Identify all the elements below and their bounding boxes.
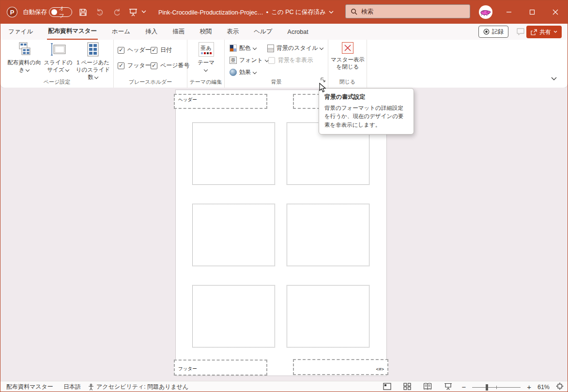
colors-icon (230, 45, 237, 52)
chevron-down-icon (253, 46, 257, 50)
reading-view-button[interactable] (423, 383, 432, 392)
minimize-button[interactable] (498, 0, 520, 24)
effects-icon (230, 69, 237, 76)
tab-help[interactable]: ヘルプ (253, 24, 273, 39)
slide-placeholder-1[interactable] (192, 122, 275, 185)
tab-insert[interactable]: 挿入 (144, 24, 158, 39)
quick-access-chevron-icon[interactable] (141, 10, 146, 14)
group-close: マスター表示を閉じる 閉じる (328, 40, 367, 88)
slide-size-button[interactable]: スライドのサイズ (42, 42, 74, 74)
crocodile-avatar-image (480, 6, 491, 18)
background-styles-button[interactable]: 背景のスタイル (267, 44, 323, 52)
header-placeholder[interactable]: ヘッダー (174, 94, 267, 109)
effects-label: 効果 (239, 68, 251, 76)
search-input[interactable] (361, 8, 448, 15)
group-label-edit-theme: テーマの編集 (187, 78, 224, 86)
page-number-placeholder[interactable]: <#> (293, 359, 388, 375)
view-name-status: 配布資料マスター (6, 381, 53, 392)
header-checkbox[interactable]: ヘッダー (118, 46, 151, 54)
search-box[interactable] (345, 4, 470, 18)
zoom-level[interactable]: 61% (537, 384, 550, 391)
share-button[interactable]: 共有 (526, 26, 562, 38)
footer-placeholder[interactable]: フッター (174, 360, 267, 376)
footer-checkbox[interactable]: フッター (118, 61, 151, 70)
tab-view[interactable]: 表示 (226, 24, 240, 39)
language-status[interactable]: 日本語 (63, 381, 81, 392)
slide-placeholder-3[interactable] (192, 204, 275, 266)
slideshow-view-button[interactable] (444, 383, 452, 392)
autosave-label: 自動保存 (23, 8, 47, 16)
chevron-down-icon (204, 68, 208, 72)
tab-file[interactable]: ファイル (7, 24, 34, 39)
slide-placeholder-6[interactable] (287, 285, 369, 347)
header-placeholder-label: ヘッダー (178, 97, 197, 103)
document-title[interactable]: Pink-Crocodile-Productization-Projec… • … (158, 8, 334, 16)
tab-home[interactable]: ホーム (111, 24, 131, 39)
background-styles-icon (267, 45, 274, 52)
maximize-button[interactable] (522, 0, 543, 24)
handout-orientation-icon (16, 42, 32, 57)
page-number-placeholder-label: <#> (376, 366, 384, 372)
tab-acrobat[interactable]: Acrobat (287, 25, 309, 39)
slide-placeholder-5[interactable] (192, 285, 275, 347)
page-number-checkbox[interactable]: ページ番号 (151, 61, 190, 70)
date-checkbox[interactable]: 日付 (151, 46, 172, 54)
slides-per-page-icon (87, 42, 99, 57)
close-button[interactable] (544, 0, 567, 24)
chevron-down-icon (320, 46, 323, 50)
record-icon (483, 29, 490, 35)
save-icon[interactable] (77, 7, 88, 17)
slides-per-page-label: 1 ページあたりのスライド数 (76, 60, 110, 80)
background-styles-label: 背景のスタイル (276, 44, 318, 52)
undo-icon[interactable] (95, 7, 106, 17)
collapse-ribbon-icon[interactable] (551, 74, 557, 83)
comments-icon[interactable] (516, 28, 525, 38)
slide-size-icon (50, 42, 66, 57)
redo-icon[interactable] (111, 7, 122, 17)
tab-draw[interactable]: 描画 (171, 24, 185, 39)
zoom-in-button[interactable]: + (527, 383, 531, 391)
slide-placeholder-4[interactable] (287, 204, 369, 266)
fonts-button[interactable]: 亜 フォント (230, 56, 269, 64)
slides-per-page-button[interactable]: 1 ページあたりのスライド数 (74, 42, 112, 81)
group-label-placeholders: プレースホルダー (114, 78, 187, 86)
zoom-out-button[interactable]: − (461, 383, 466, 391)
normal-view-button[interactable] (383, 383, 391, 392)
themes-button[interactable]: 亜あ テーマ (187, 42, 225, 72)
close-master-view-button[interactable]: マスター表示を閉じる (330, 42, 365, 71)
group-edit-theme: 亜あ テーマ テーマの編集 (187, 40, 225, 88)
hide-background-label: 背景を非表示 (278, 56, 313, 64)
record-button[interactable]: 記録 (478, 26, 508, 38)
colors-button[interactable]: 配色 (230, 44, 257, 52)
mouse-cursor (319, 83, 327, 95)
group-background: 配色 亜 フォント 効果 背景のスタイル 背景を非表示 (225, 40, 328, 88)
themes-label: テーマ (198, 59, 215, 66)
accessibility-status[interactable]: アクセシビリティ: 問題ありません (88, 381, 188, 392)
powerpoint-app-icon[interactable]: P (7, 7, 17, 17)
group-label-background: 背景 (225, 78, 328, 86)
effects-button[interactable]: 効果 (230, 68, 257, 76)
autosave-toggle[interactable]: オフ (49, 7, 72, 17)
zoom-slider-handle[interactable] (486, 384, 488, 391)
themes-icon: 亜あ (199, 42, 214, 57)
checkbox-checked-icon (118, 62, 124, 69)
zoom-slider[interactable] (472, 384, 521, 391)
fit-slide-to-window-button[interactable] (556, 382, 564, 392)
chevron-down-icon (253, 71, 257, 74)
share-icon (531, 29, 537, 35)
tab-review[interactable]: 校閲 (199, 24, 213, 39)
separator-dot: • (266, 9, 268, 16)
footer-placeholder-label: フッター (178, 366, 197, 372)
format-background-tooltip: 背景の書式設定 背景のフォーマットの詳細設定を行うか、現在のデザインの要素を非表… (319, 88, 414, 135)
handout-orientation-button[interactable]: 配布資料の向き (6, 42, 42, 74)
account-avatar[interactable] (479, 5, 492, 19)
slide-sorter-view-button[interactable] (403, 383, 411, 392)
powerpoint-window: P 自動保存 オフ Pink-Crocodile-Productization-… (0, 0, 568, 392)
start-slideshow-icon[interactable] (128, 7, 138, 17)
chevron-down-icon (553, 30, 557, 33)
tooltip-title: 背景の書式設定 (324, 93, 408, 101)
chevron-down-icon (26, 68, 30, 72)
file-name: Pink-Crocodile-Productization-Projec… (158, 9, 263, 16)
ribbon-content: 配布資料の向き スライドのサイズ 1 ページあたりのスライド数 (0, 40, 568, 88)
tab-handout-master[interactable]: 配布資料マスター (47, 24, 98, 40)
